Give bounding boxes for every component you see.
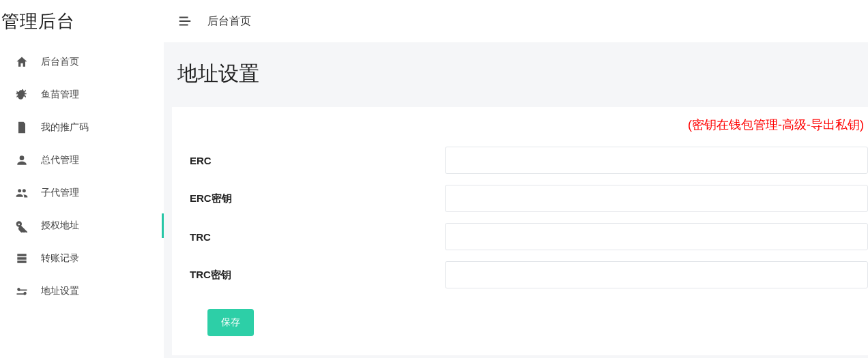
form-actions: 保存 xyxy=(172,294,868,336)
sidebar-item-transfer-log[interactable]: 转账记录 xyxy=(0,242,164,275)
input-erc-key[interactable] xyxy=(445,185,868,212)
sidebar-item-label: 授权地址 xyxy=(41,220,79,232)
people-icon xyxy=(15,186,29,200)
label-erc-key: ERC密钥 xyxy=(172,192,445,205)
app-title: 管理后台 xyxy=(0,0,164,46)
label-trc-key: TRC密钥 xyxy=(172,269,445,282)
settings-key-icon xyxy=(15,284,29,298)
sidebar-nav: 后台首页 鱼苗管理 我的推广码 总代管理 子代管理 xyxy=(0,46,164,308)
bug-icon xyxy=(15,88,29,102)
form-row-trc: TRC xyxy=(172,218,868,256)
sidebar-item-promocode[interactable]: 我的推广码 xyxy=(0,111,164,144)
sidebar-item-home[interactable]: 后台首页 xyxy=(0,46,164,78)
sidebar-item-label: 鱼苗管理 xyxy=(41,89,79,101)
sidebar-item-auth-address[interactable]: 授权地址 xyxy=(0,209,164,242)
document-icon xyxy=(15,121,29,134)
sidebar-item-label: 后台首页 xyxy=(41,56,79,68)
list-icon xyxy=(15,252,29,265)
settings-card: (密钥在钱包管理-高级-导出私钥) ERC ERC密钥 TRC xyxy=(172,107,868,355)
person-icon xyxy=(15,153,29,167)
sidebar-item-label: 我的推广码 xyxy=(41,121,89,134)
sidebar-item-label: 总代管理 xyxy=(41,154,79,166)
page-title: 地址设置 xyxy=(164,42,868,107)
input-erc[interactable] xyxy=(445,147,868,174)
label-erc: ERC xyxy=(172,155,445,166)
key-icon xyxy=(15,219,29,233)
save-button[interactable]: 保存 xyxy=(207,309,254,336)
sidebar-item-general-agent[interactable]: 总代管理 xyxy=(0,144,164,177)
content: 地址设置 (密钥在钱包管理-高级-导出私钥) ERC ERC密钥 xyxy=(164,42,868,358)
form-row-trc-key: TRC密钥 xyxy=(172,256,868,294)
home-icon xyxy=(15,55,29,69)
breadcrumb[interactable]: 后台首页 xyxy=(207,14,251,29)
hint-text: (密钥在钱包管理-高级-导出私钥) xyxy=(688,117,864,133)
main: 后台首页 地址设置 (密钥在钱包管理-高级-导出私钥) ERC ERC密钥 xyxy=(164,0,868,358)
sidebar: 管理后台 后台首页 鱼苗管理 我的推广码 总代管理 xyxy=(0,0,164,358)
sidebar-item-fish[interactable]: 鱼苗管理 xyxy=(0,78,164,111)
form-row-erc: ERC xyxy=(172,141,868,179)
sidebar-item-label: 地址设置 xyxy=(41,285,79,297)
hint-row: (密钥在钱包管理-高级-导出私钥) xyxy=(172,107,868,137)
menu-toggle-icon[interactable] xyxy=(177,14,192,29)
sidebar-item-label: 转账记录 xyxy=(41,252,79,265)
topbar: 后台首页 xyxy=(164,0,868,42)
sidebar-item-sub-agent[interactable]: 子代管理 xyxy=(0,177,164,209)
input-trc-key[interactable] xyxy=(445,261,868,288)
label-trc: TRC xyxy=(172,231,445,243)
form-row-erc-key: ERC密钥 xyxy=(172,179,868,218)
sidebar-item-address-settings[interactable]: 地址设置 xyxy=(0,275,164,308)
sidebar-item-label: 子代管理 xyxy=(41,187,79,199)
input-trc[interactable] xyxy=(445,223,868,250)
address-form: ERC ERC密钥 TRC xyxy=(172,137,868,355)
